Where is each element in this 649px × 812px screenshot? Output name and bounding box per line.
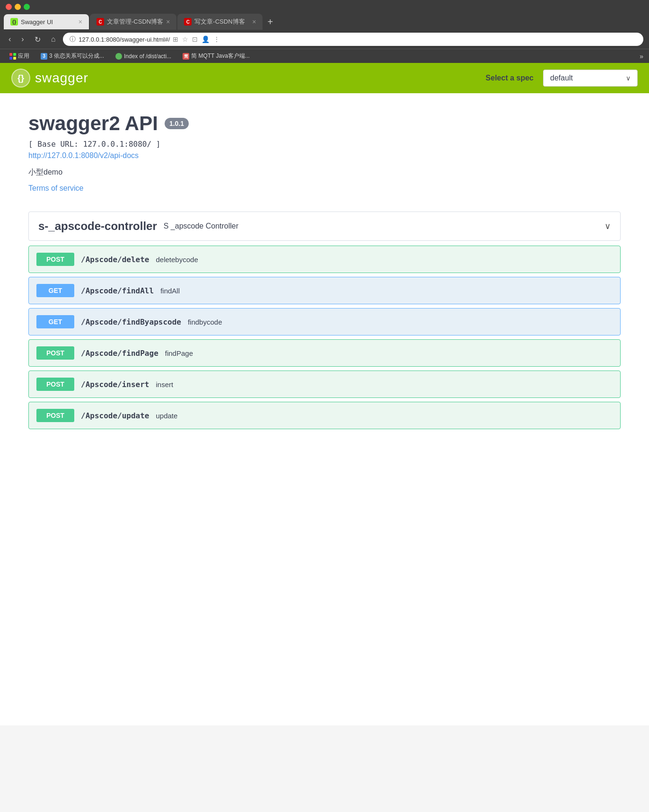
endpoint-path-insert: /Apscode/insert bbox=[81, 380, 149, 389]
tab-swagger-title: Swagger UI bbox=[21, 18, 76, 26]
bookmark-mqtt[interactable]: 简 简 MQTT Java客户端... bbox=[179, 51, 254, 61]
bookmarks-bar: 应用 3 3 依恋关系可以分成... Index of /dist/acti..… bbox=[0, 49, 649, 63]
new-tab-button[interactable]: + bbox=[263, 15, 277, 28]
close-button[interactable] bbox=[6, 4, 12, 10]
address-icons: ⊞ ☆ ⊡ 👤 ⋮ bbox=[173, 35, 220, 43]
endpoint-path-findall: /Apscode/findAll bbox=[81, 286, 154, 295]
method-badge-delete: POST bbox=[36, 253, 74, 266]
endpoint-apscode-findpage[interactable]: POST /Apscode/findPage findPage bbox=[28, 339, 621, 367]
tab-csdn2[interactable]: C 写文章-CSDN博客 × bbox=[177, 14, 263, 30]
endpoint-path-findpage: /Apscode/findPage bbox=[81, 349, 158, 358]
endpoint-summary-findbyapscode: findbycode bbox=[188, 318, 222, 326]
controller-header-apscode[interactable]: s-_apscode-controller S _apscode Control… bbox=[28, 212, 621, 241]
tab-csdn1-close[interactable]: × bbox=[166, 18, 170, 26]
method-badge-update: POST bbox=[36, 409, 74, 422]
more-bookmarks-button[interactable]: » bbox=[640, 53, 643, 60]
swagger-logo-icon: {} bbox=[11, 69, 30, 88]
address-bar: ‹ › ↻ ⌂ ⓘ 127.0.0.1:8080/swagger-ui.html… bbox=[0, 30, 649, 49]
bookmark-csdn1-label: 3 依恋关系可以分成... bbox=[49, 52, 104, 60]
tab-csdn2-close[interactable]: × bbox=[252, 18, 256, 26]
menu-icon[interactable]: ⋮ bbox=[213, 35, 220, 43]
spec-selector[interactable]: default ∨ bbox=[543, 70, 638, 87]
tab-csdn1[interactable]: C 文章管理-CSDN博客 × bbox=[90, 14, 176, 30]
address-input-wrapper[interactable]: ⓘ 127.0.0.1:8080/swagger-ui.html#/ ⊞ ☆ ⊡… bbox=[63, 33, 643, 46]
screenshot-icon[interactable]: ⊡ bbox=[192, 35, 198, 43]
bookmark-mqtt-label: 简 MQTT Java客户端... bbox=[191, 52, 250, 60]
endpoint-path-findbyapscode: /Apscode/findByapscode bbox=[81, 318, 181, 327]
version-badge: 1.0.1 bbox=[165, 118, 189, 129]
tab-csdn1-title: 文章管理-CSDN博客 bbox=[107, 18, 163, 26]
endpoint-apscode-findall[interactable]: GET /Apscode/findAll findAll bbox=[28, 277, 621, 304]
translate-icon[interactable]: ⊞ bbox=[173, 35, 178, 43]
endpoint-summary-update: update bbox=[156, 412, 178, 420]
profile-icon[interactable]: 👤 bbox=[202, 35, 210, 43]
tab-swagger-close[interactable]: × bbox=[79, 18, 82, 26]
bookmark-apps-label: 应用 bbox=[18, 52, 29, 60]
titlebar bbox=[0, 0, 649, 14]
swagger-header: {} swagger Select a spec default ∨ bbox=[0, 63, 649, 93]
bookmark-apps[interactable]: 应用 bbox=[6, 51, 33, 61]
swagger-logo: {} swagger bbox=[11, 69, 88, 88]
endpoint-summary-delete: deletebycode bbox=[156, 256, 198, 264]
bookmark-index-label: Index of /dist/acti... bbox=[124, 53, 171, 60]
back-button[interactable]: ‹ bbox=[6, 33, 14, 45]
endpoint-path-delete: /Apscode/delete bbox=[81, 255, 149, 264]
forward-button[interactable]: › bbox=[18, 33, 26, 45]
tab-csdn2-title: 写文章-CSDN博客 bbox=[194, 18, 249, 26]
spec-dropdown-arrow: ∨ bbox=[626, 74, 631, 82]
endpoint-apscode-update[interactable]: POST /Apscode/update update bbox=[28, 402, 621, 429]
bookmark-csdn1[interactable]: 3 3 依恋关系可以分成... bbox=[37, 51, 108, 61]
endpoint-summary-findpage: findPage bbox=[165, 349, 193, 357]
controller-desc-apscode: S _apscode Controller bbox=[164, 222, 238, 230]
base-url: [ Base URL: 127.0.0.1:8080/ ] bbox=[28, 140, 621, 149]
method-badge-insert: POST bbox=[36, 378, 74, 391]
swagger-logo-text: swagger bbox=[35, 71, 88, 86]
endpoint-summary-findall: findAll bbox=[160, 287, 180, 295]
api-docs-link[interactable]: http://127.0.0.1:8080/v2/api-docs bbox=[28, 151, 621, 160]
minimize-button[interactable] bbox=[15, 4, 21, 10]
maximize-button[interactable] bbox=[24, 4, 30, 10]
method-badge-findbyapscode: GET bbox=[36, 315, 74, 328]
api-title-row: swagger2 API 1.0.1 bbox=[28, 112, 621, 135]
endpoints-apscode: POST /Apscode/delete deletebycode GET /A… bbox=[28, 246, 621, 429]
spec-value: default bbox=[550, 74, 622, 82]
endpoint-apscode-delete[interactable]: POST /Apscode/delete deletebycode bbox=[28, 246, 621, 273]
controller-section-apscode: s-_apscode-controller S _apscode Control… bbox=[28, 212, 621, 429]
tab-swagger[interactable]: {} Swagger UI × bbox=[4, 14, 89, 29]
endpoint-apscode-findbyapscode[interactable]: GET /Apscode/findByapscode findbycode bbox=[28, 308, 621, 335]
controller-chevron-apscode: ∨ bbox=[605, 221, 611, 231]
api-description: 小型demo bbox=[28, 168, 621, 177]
csdn2-tab-icon: C bbox=[184, 18, 192, 26]
tabs-bar: {} Swagger UI × C 文章管理-CSDN博客 × C 写文章-CS… bbox=[0, 14, 649, 30]
method-badge-findpage: POST bbox=[36, 346, 74, 360]
api-title: swagger2 API bbox=[28, 112, 158, 135]
swagger-body: swagger2 API 1.0.1 [ Base URL: 127.0.0.1… bbox=[0, 93, 649, 458]
bookmark-index[interactable]: Index of /dist/acti... bbox=[112, 52, 175, 61]
bookmark-icon[interactable]: ☆ bbox=[182, 35, 188, 43]
endpoint-path-update: /Apscode/update bbox=[81, 411, 149, 420]
controller-name-apscode: s-_apscode-controller bbox=[38, 220, 157, 233]
refresh-button[interactable]: ↻ bbox=[32, 33, 44, 46]
address-text: 127.0.0.1:8080/swagger-ui.html#/ bbox=[79, 36, 170, 43]
home-button[interactable]: ⌂ bbox=[48, 33, 59, 45]
endpoint-summary-insert: insert bbox=[156, 380, 174, 388]
browser-chrome: {} Swagger UI × C 文章管理-CSDN博客 × C 写文章-CS… bbox=[0, 0, 649, 63]
terms-of-service-link[interactable]: Terms of service bbox=[28, 184, 621, 193]
method-badge-findall: GET bbox=[36, 284, 74, 297]
select-spec-label: Select a spec bbox=[486, 74, 534, 82]
traffic-lights bbox=[6, 4, 30, 10]
csdn1-tab-icon: C bbox=[96, 18, 104, 26]
endpoint-apscode-insert[interactable]: POST /Apscode/insert insert bbox=[28, 371, 621, 398]
swagger-tab-icon: {} bbox=[10, 18, 18, 26]
